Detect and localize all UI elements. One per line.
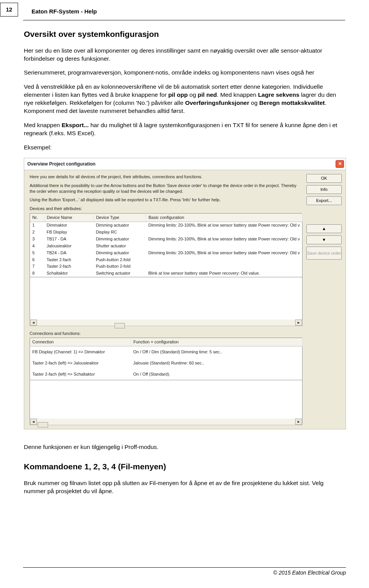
col-type[interactable]: Device Type — [93, 214, 146, 222]
table-row[interactable]: 7Taster 2-fachPush-button 2-fold — [30, 263, 303, 270]
table-row[interactable]: Taster 2-fach (left) => JalousieaktorJal… — [30, 358, 303, 369]
col-function[interactable]: Function + configuration — [131, 338, 303, 346]
para-2: Serienummeret, programvareversjon, kompo… — [24, 69, 346, 77]
info-button[interactable]: Info — [306, 185, 342, 194]
col-basic[interactable]: Basic configuration — [146, 214, 303, 222]
scroll-left-icon[interactable]: ◄ — [30, 320, 37, 326]
move-up-button[interactable]: ▲ — [306, 224, 342, 233]
para-3: Ved å venstreklikke på en av kolonneover… — [24, 83, 346, 115]
para-4: Med knappen Eksport... har du mulighet t… — [24, 121, 346, 137]
arrow-up-icon: ▲ — [322, 226, 326, 232]
divider — [23, 567, 346, 568]
export-button[interactable]: Export... — [306, 196, 342, 205]
devices-hscroll[interactable]: ◄ ► — [30, 320, 303, 326]
col-connection[interactable]: Connection — [30, 338, 131, 346]
dialog-desc-1: Here you see details for all devices of … — [30, 174, 303, 180]
save-device-order-button[interactable]: Save device order — [306, 247, 342, 260]
connections-label: Connections and functions: — [30, 331, 303, 336]
devices-table[interactable]: Nr. Device Name Device Type Basic config… — [30, 213, 303, 277]
table-row[interactable]: 3TB17 - DADimming actuatorDimming limits… — [30, 236, 303, 243]
move-down-button[interactable]: ▼ — [306, 235, 342, 244]
para-example: Eksempel: — [24, 144, 346, 152]
heading-kommandoene: Kommandoene 1, 2, 3, 4 (Fil-menyen) — [24, 461, 346, 472]
table-row[interactable]: FB Display (Channel: 1) => DimmaktorOn /… — [30, 346, 303, 358]
arrow-down-icon: ▼ — [322, 237, 326, 243]
table-row[interactable]: 4JalousieaktorShutter actuator — [30, 242, 303, 249]
connections-hscroll[interactable]: ◄ ► — [30, 419, 303, 425]
scroll-right-icon[interactable]: ► — [295, 320, 302, 326]
scroll-left-icon[interactable]: ◄ — [30, 419, 37, 425]
para-1: Her ser du en liste over all komponenter… — [24, 47, 346, 63]
close-button[interactable]: ✕ — [336, 160, 344, 168]
para-kommando: Bruk nummer og filnavn listet opp på slu… — [24, 479, 346, 495]
close-icon: ✕ — [338, 161, 342, 167]
table-row[interactable]: 6Taster 2-fachPush-button 2-fold — [30, 256, 303, 263]
dialog-desc-2: Additional there is the possibility to u… — [30, 183, 303, 194]
dialog-desc-3: Using the Button 'Export...' all display… — [30, 197, 303, 203]
page-number: 12 — [0, 3, 18, 17]
heading-overview: Oversikt over systemkonfigurasjon — [24, 29, 346, 40]
table-row[interactable]: 1DimmaktorDimming actuatorDimming limits… — [30, 222, 303, 229]
devices-label: Devices and their attributes: — [30, 206, 303, 212]
dialog-overview-project-configuration: Overview Project configuration ✕ Here yo… — [24, 158, 346, 430]
scroll-right-icon[interactable]: ► — [295, 419, 302, 425]
col-name[interactable]: Device Name — [44, 214, 93, 222]
connections-table[interactable]: Connection Function + configuration FB D… — [30, 338, 303, 380]
ok-button[interactable]: OK — [306, 174, 342, 183]
doc-title: Eaton RF-System - Help — [32, 7, 346, 15]
table-row[interactable]: 5TB24 - DADimming actuatorDimming limits… — [30, 249, 303, 256]
copyright: © 2015 Eaton Electrical Group — [23, 569, 346, 576]
table-row[interactable]: Taster 2-fach (left) => SchaltaktorOn / … — [30, 369, 303, 380]
para-proff-modus: Denne funksjonen er kun tilgjengelig i P… — [24, 443, 346, 451]
table-row[interactable]: 8SchaltaktorSwitching actuatorBlink at l… — [30, 270, 303, 277]
dialog-title: Overview Project configuration — [27, 161, 95, 167]
table-row[interactable]: 2FB DisplayDisplay RC — [30, 229, 303, 236]
col-nr[interactable]: Nr. — [30, 214, 45, 222]
divider — [23, 20, 345, 20]
